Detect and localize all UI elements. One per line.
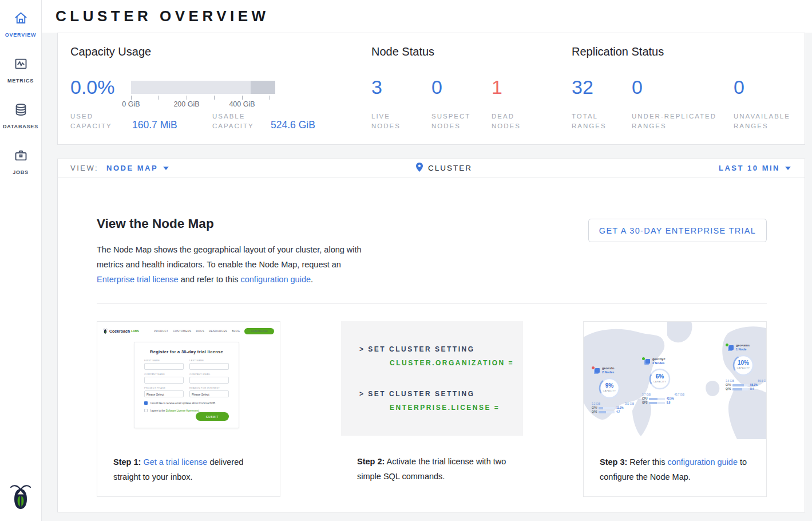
live-nodes-value: 3 [371,76,382,98]
sidebar-item-label: JOBS [13,169,29,175]
node-map-description: The Node Map shows the geographical layo… [97,242,371,287]
axis-tick-0: 0 GiB [114,100,148,108]
dead-nodes-label: DEADNODES [492,112,521,131]
capacity-bar [131,81,275,94]
map-pin-icon [416,163,423,174]
mini-cockroach-logo: Cockroach LABS [103,328,139,334]
status-dot-red [592,366,595,369]
capacity-ring: 10% CAPACITY [730,352,756,378]
suspect-nodes-label: SUSPECTNODES [431,112,470,131]
used-capacity-value: 160.7 MiB [132,119,177,131]
dead-nodes-value: 1 [492,76,502,98]
chevron-down-icon [785,167,791,170]
cockroach-labs-logo [9,483,32,511]
time-range-dropdown[interactable]: LAST 10 MIN [719,164,791,172]
status-dot-green [726,344,728,346]
axis-tick-400: 400 GiB [225,100,259,108]
enterprise-trial-button[interactable]: GET A 30-DAY ENTERPRISE TRIAL [588,219,767,242]
database-icon [13,102,29,120]
capacity-ring: 9% CAPACITY [596,375,623,401]
mini-site-nav: PRODUCT CUSTOMERS DOCS RESOURCES BLOG DO… [154,328,274,334]
view-bar: VIEW: NODE MAP CLUSTER LAST 10 MIN [57,159,805,177]
metrics-icon [13,56,29,74]
enterprise-trial-license-link[interactable]: Enterprise trial license [97,275,179,284]
sidebar: OVERVIEW METRICS DATABASES [0,0,42,521]
unavailable-ranges-label: UNAVAILABLERANGES [734,112,790,131]
capacity-usage-title: Capacity Usage [70,45,151,58]
sidebar-item-overview[interactable]: OVERVIEW [0,10,41,38]
get-trial-license-link[interactable]: Get a trial license [143,457,207,467]
view-label: VIEW: [70,164,98,172]
total-ranges-value: 32 [572,76,593,98]
node-widget-nyc: geo=nyc2 Nodes 6% CAPACITY 3.7 GiB43.7 G… [642,357,684,404]
trial-registration-form: Register for a 30-day trial license FIRS… [134,342,239,428]
trial-registration-screenshot: Cockroach LABS PRODUCT CUSTOMERS DOCS RE… [97,322,280,445]
cluster-overview-page: OVERVIEW METRICS DATABASES [0,0,812,521]
chevron-down-icon [163,167,169,170]
step-2-card: > SET CLUSTER SETTING CLUSTER.ORGANIZATI… [341,321,523,497]
sidebar-item-databases[interactable]: DATABASES [0,102,41,129]
mini-form-title: Register for a 30-day trial license [144,349,229,354]
axis-tick-200: 200 GiB [169,100,204,108]
sidebar-item-label: OVERVIEW [5,32,37,38]
summary-panel: Capacity Usage 0.0% 0 GiB 200 GiB 400 Gi… [57,33,805,145]
capacity-axis [131,96,275,100]
total-ranges-label: TOTALRANGES [572,112,607,131]
status-dot-green [642,357,645,360]
configuration-guide-link[interactable]: configuration guide [667,457,738,467]
step-2-caption: Step 2: Activate the trial license with … [357,454,514,484]
capacity-percent: 0.0% [70,76,115,98]
nodes-cube-icon [729,345,734,350]
step-1-caption: Step 1: Get a trial license delivered st… [113,455,270,484]
view-selector-dropdown[interactable]: NODE MAP [106,164,169,172]
home-icon [13,10,29,28]
step-3-caption: Step 3: Refer this configuration guide t… [600,455,756,484]
sidebar-item-label: DATABASES [3,124,38,129]
used-capacity-label: USEDCAPACITY [70,112,112,131]
nodes-cube-icon [595,368,600,373]
mini-checkbox-empty [144,409,148,412]
live-nodes-label: LIVENODES [371,112,401,131]
usable-capacity-value: 524.6 GiB [271,119,315,131]
capacity-bar-reserved [251,81,275,94]
node-widget-ams: geo=ams1 Node 10% CAPACITY 3.6 GiB56.6 G… [726,344,766,390]
sql-commands-block: > SET CLUSTER SETTING CLUSTER.ORGANIZATI… [341,321,523,436]
mini-download-button: DOWNLOAD [244,328,274,334]
replication-status-title: Replication Status [572,45,664,58]
briefcase-icon [13,148,29,165]
unavailable-ranges-value: 0 [734,76,744,98]
node-widget-sfo: geo=sfo2 Nodes 9% CAPACITY 3.2 GiB351 Gi… [592,366,634,413]
node-status-title: Node Status [371,45,434,58]
cluster-label: CLUSTER [428,164,472,172]
divider [97,303,767,304]
node-map-screenshot: geo=sfo2 Nodes 9% CAPACITY 3.2 GiB351 Gi… [584,322,766,439]
step-1-card: Cockroach LABS PRODUCT CUSTOMERS DOCS RE… [97,321,280,497]
sidebar-item-metrics[interactable]: METRICS [0,56,41,84]
sidebar-item-label: METRICS [7,78,34,84]
node-map-card: View the Node Map The Node Map shows the… [57,177,805,512]
sidebar-item-jobs[interactable]: JOBS [0,148,41,175]
step-3-card: geo=sfo2 Nodes 9% CAPACITY 3.2 GiB351 Gi… [583,321,767,497]
mini-submit-button: SUBMIT [196,412,229,421]
configuration-guide-link[interactable]: configuration guide [240,275,311,284]
usable-capacity-label: USABLECAPACITY [212,112,254,131]
mini-checkbox-checked [144,401,148,405]
capacity-bar-available [131,81,251,94]
under-replicated-ranges-label: UNDER-REPLICATEDRANGES [632,112,716,131]
under-replicated-ranges-value: 0 [632,76,643,98]
cluster-breadcrumb: CLUSTER [416,163,472,174]
nodes-cube-icon [645,359,650,364]
node-map-heading: View the Node Map [97,216,214,231]
page-title: CLUSTER OVERVIEW [56,7,270,25]
suspect-nodes-value: 0 [431,76,442,98]
capacity-ring: 6% CAPACITY [647,366,673,392]
